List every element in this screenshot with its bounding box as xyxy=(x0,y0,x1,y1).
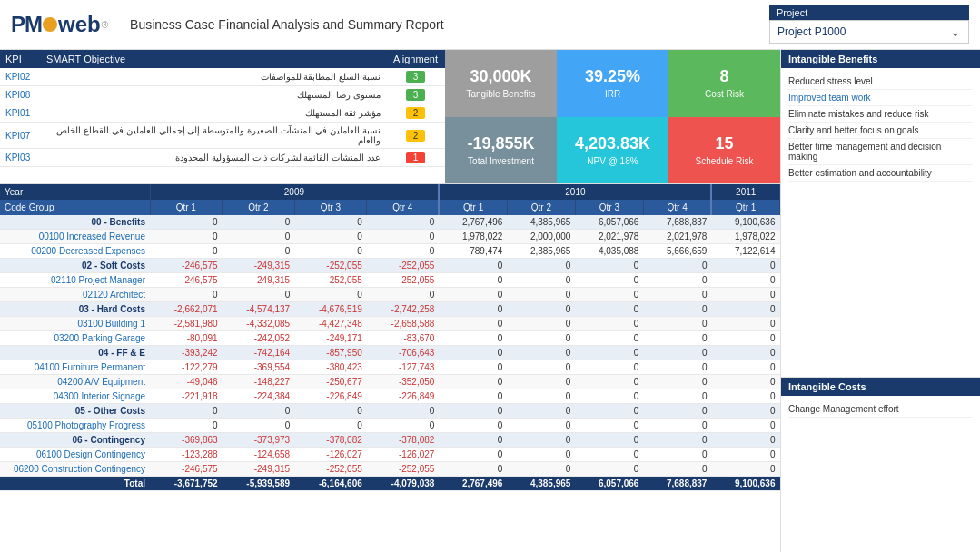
row-label: 02110 Project Manager xyxy=(0,273,150,288)
cell-value: 4,385,965 xyxy=(507,215,575,230)
cell-value: 0 xyxy=(643,273,711,288)
cell-value: -123,288 xyxy=(150,448,223,462)
cell-value: -249,315 xyxy=(223,259,295,273)
cell-value: 0 xyxy=(711,433,779,448)
cell-value: -4,676,519 xyxy=(294,302,367,317)
cell-value: 0 xyxy=(711,419,779,433)
table-row: 06 - Contingency-369,863-373,973-378,082… xyxy=(0,433,780,448)
cell-value: 4,035,088 xyxy=(575,244,643,259)
kpi-id: KPI08 xyxy=(0,86,41,104)
row-label: 06 - Contingency xyxy=(0,433,150,448)
project-selector: Project Project P1000 ⌄ xyxy=(769,5,969,44)
cell-value: 2,385,965 xyxy=(507,244,575,259)
cell-value: 0 xyxy=(507,302,575,317)
row-label: 04100 Furniture Permanent xyxy=(0,360,150,375)
col-q4-2010: Qtr 4 xyxy=(643,200,711,215)
cell-value: -124,658 xyxy=(223,448,295,462)
benefit-item: Better time management and decision maki… xyxy=(788,139,973,165)
benefit-item: Eliminate mistakes and reduce risk xyxy=(788,106,973,123)
col-year: Year xyxy=(0,184,150,200)
cell-value: 0 xyxy=(507,462,575,477)
kpi-header-id: KPI xyxy=(0,50,41,68)
cell-value: -6,164,606 xyxy=(294,477,367,491)
cell-value: 7,122,614 xyxy=(711,244,779,259)
cell-value: 0 xyxy=(367,230,440,244)
cell-value: 0 xyxy=(150,215,223,230)
cell-value: 0 xyxy=(439,288,507,302)
table-row: 05100 Photography Progress000000000 xyxy=(0,419,780,433)
cell-value: 0 xyxy=(643,404,711,419)
cell-value: -378,082 xyxy=(294,433,367,448)
cell-value: -4,427,348 xyxy=(294,317,367,331)
cell-value: 0 xyxy=(223,215,295,230)
cell-value: -83,670 xyxy=(367,331,440,346)
cell-value: -226,849 xyxy=(367,389,440,404)
cell-value: 0 xyxy=(575,433,643,448)
cell-value: -4,079,038 xyxy=(367,477,440,491)
cell-value: -226,849 xyxy=(294,389,367,404)
cell-value: 0 xyxy=(711,273,779,288)
kpi-badge: 3 xyxy=(386,68,445,86)
table-row: 02120 Architect000000000 xyxy=(0,288,780,302)
table-row: 06100 Design Contingency-123,288-124,658… xyxy=(0,448,780,462)
kpi-row: KPI01 مؤشر ثقة المستهلك 2 xyxy=(0,104,445,123)
project-dropdown[interactable]: Project P1000 ⌄ xyxy=(769,20,969,44)
row-label: 03200 Parking Garage xyxy=(0,331,150,346)
logo-trademark: ® xyxy=(102,20,108,30)
metric-value: 15 xyxy=(715,134,733,154)
table-row: 04100 Furniture Permanent-122,279-369,55… xyxy=(0,360,780,375)
data-section[interactable]: Year 2009 2010 2011 Code Group Qtr 1 Qtr… xyxy=(0,184,780,552)
cell-value: 2,000,000 xyxy=(507,230,575,244)
cell-value: 0 xyxy=(439,433,507,448)
cell-value: -126,027 xyxy=(367,448,440,462)
kpi-text: مؤشر ثقة المستهلك xyxy=(41,104,386,123)
cell-value: 0 xyxy=(711,302,779,317)
cell-value: 0 xyxy=(294,230,367,244)
cell-value: 0 xyxy=(643,389,711,404)
col-q4-2009: Qtr 4 xyxy=(367,200,440,215)
metric-label: Cost Risk xyxy=(705,89,744,99)
cell-value: 0 xyxy=(223,419,295,433)
cell-value: 0 xyxy=(643,433,711,448)
cell-value: 0 xyxy=(575,360,643,375)
row-label: 04200 A/V Equipment xyxy=(0,375,150,389)
table-row: 00 - Benefits00002,767,4964,385,9656,057… xyxy=(0,215,780,230)
col-q3-2009: Qtr 3 xyxy=(294,200,367,215)
cell-value: -246,575 xyxy=(150,462,223,477)
cell-value: -122,279 xyxy=(150,360,223,375)
cell-value: -246,575 xyxy=(150,259,223,273)
cell-value: 0 xyxy=(439,462,507,477)
cell-value: 9,100,636 xyxy=(711,215,779,230)
cell-value: 0 xyxy=(439,346,507,360)
cell-value: 0 xyxy=(439,375,507,389)
cell-value: 6,057,066 xyxy=(575,215,643,230)
cell-value: 0 xyxy=(575,419,643,433)
cell-value: 0 xyxy=(294,215,367,230)
row-label: 05100 Photography Progress xyxy=(0,419,150,433)
kpi-badge: 3 xyxy=(386,86,445,104)
cell-value: 789,474 xyxy=(439,244,507,259)
col-q3-2010: Qtr 3 xyxy=(575,200,643,215)
cell-value: -127,743 xyxy=(367,360,440,375)
cell-value: -352,050 xyxy=(367,375,440,389)
page-title: Business Case Financial Analysis and Sum… xyxy=(130,17,769,32)
cell-value: 0 xyxy=(711,448,779,462)
cell-value: 0 xyxy=(439,317,507,331)
cell-value: -857,950 xyxy=(294,346,367,360)
table-row: 03 - Hard Costs-2,662,071-4,574,137-4,67… xyxy=(0,302,780,317)
cell-value: 0 xyxy=(507,346,575,360)
row-label: Total xyxy=(0,477,150,491)
cell-value: 0 xyxy=(439,331,507,346)
kpi-badge: 1 xyxy=(386,149,445,167)
cell-value: 0 xyxy=(439,302,507,317)
row-label: 02120 Architect xyxy=(0,288,150,302)
table-row: 03200 Parking Garage-80,091-242,052-249,… xyxy=(0,331,780,346)
logo-dot xyxy=(43,17,57,32)
cell-value: 0 xyxy=(439,273,507,288)
col-2011: 2011 xyxy=(711,184,779,200)
cell-value: 0 xyxy=(150,288,223,302)
table-row: 02110 Project Manager-246,575-249,315-25… xyxy=(0,273,780,288)
cell-value: 0 xyxy=(711,404,779,419)
kpi-row: KPI07 نسبة العاملين في المنشآت الصغيرة و… xyxy=(0,123,445,149)
cell-value: 0 xyxy=(575,389,643,404)
